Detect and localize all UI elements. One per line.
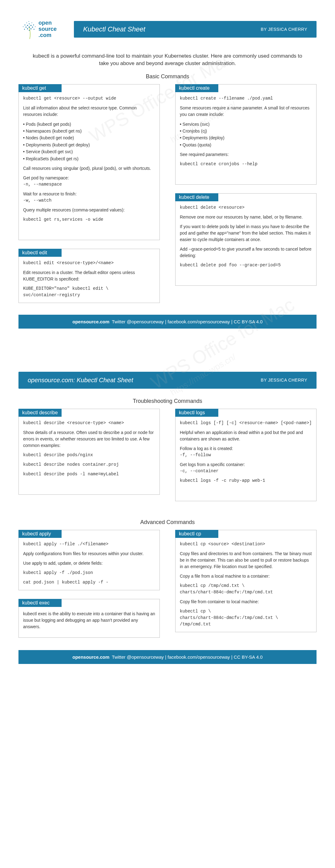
byline: BY JESSICA CHERRY: [261, 27, 307, 32]
text: Copy file from container to local machin…: [180, 598, 312, 605]
text: Remove one more our resources by name, l…: [180, 214, 312, 220]
text: Use apply to add, update, or delete fiel…: [23, 560, 155, 566]
li-text: Pods (kubectl get pods): [26, 122, 71, 127]
text: Follow a log as it is created:: [180, 445, 312, 452]
list-item: Pods (kubectl get pods): [23, 121, 155, 128]
section-advanced-heading: Advanced Commands: [19, 519, 316, 526]
text: Some resources require a name parameter.…: [180, 105, 312, 118]
advanced-columns: kubectl apply kubectl apply --file ./<fi…: [19, 530, 316, 641]
text: Helpful when an application is dead with…: [180, 429, 312, 442]
card-create: kubectl create kubectl create --filename…: [175, 84, 316, 185]
brand-text: open source .com: [38, 20, 57, 38]
text: kubectl exec is the ability to execute i…: [23, 611, 155, 630]
footer-text: Twitter @opensourceway | facebook.com/op…: [112, 319, 262, 324]
li-text: Deployments (deploy): [182, 135, 225, 140]
top-bar: open source .com Kubectl Cheat Sheet BY …: [19, 16, 316, 43]
code: -n, --namespace: [23, 181, 155, 188]
text: Edit resources in a cluster. The default…: [23, 270, 155, 282]
li-text: Quotas (quota): [182, 143, 211, 147]
text: Copy files and directories to and from c…: [180, 551, 312, 570]
svg-point-17: [29, 21, 29, 22]
code: kubectl get <resource> --output wide: [23, 95, 155, 102]
list-item: Namespaces (kubectl get ns): [23, 128, 155, 134]
code: kubectl create cronjobs --help: [180, 161, 312, 167]
list-item: ReplicaSets (kubectl get rs): [23, 155, 155, 162]
page-gap: [0, 338, 335, 356]
code: kubectl get rs,services -o wide: [23, 216, 155, 223]
card-logs: kubectl logs kubectl logs [-f] [-c] <res…: [175, 409, 316, 501]
svg-point-2: [31, 25, 32, 26]
card-apply-header: kubectl apply: [19, 530, 62, 538]
card-edit: kubectl edit kubectl edit <resource-type…: [19, 249, 160, 303]
left-column: kubectl describe kubectl describe <resou…: [19, 409, 160, 510]
svg-point-12: [34, 29, 34, 30]
code: KUBE_EDITOR="nano" kubectl edit \ svc/co…: [23, 285, 155, 299]
code: kubectl logs [-f] [-c] <resource-name> […: [180, 420, 312, 426]
card-cp-header: kubectl cp: [175, 530, 218, 538]
list-item: Services (svc): [180, 121, 312, 128]
footer-bar-2: opensource.com Twitter @opensourceway | …: [19, 650, 316, 664]
code: -w, --watch: [23, 197, 155, 204]
brand-logo: open source .com: [19, 16, 68, 43]
footer-text: Twitter @opensourceway | facebook.com/op…: [112, 654, 262, 660]
page2-title-bar: opensource.com: Kubectl Cheat Sheet BY J…: [19, 372, 316, 389]
code: cat pod.json | kubectl apply -f -: [23, 579, 155, 586]
code: kubectl describe <resource-type> <name>: [23, 420, 155, 426]
resource-list: Services (svc) Cronjobs (cj) Deployments…: [180, 121, 312, 149]
card-exec: kubectl exec kubectl exec is the ability…: [19, 599, 160, 638]
card-delete-header: kubectl delete: [175, 193, 218, 201]
code: kubectl cp <source> <destination>: [180, 541, 312, 548]
code: kubectl describe nodes container.proj: [23, 461, 155, 468]
svg-point-6: [31, 28, 32, 30]
page-title: Kubectl Cheat Sheet: [83, 25, 145, 33]
list-item: Quotas (quota): [180, 142, 312, 148]
svg-point-7: [29, 24, 30, 24]
code: kubectl cp /tmp/cmd.txt \ charts/chart-8…: [180, 583, 312, 595]
card-describe: kubectl describe kubectl describe <resou…: [19, 409, 160, 495]
li-text: Services (svc): [182, 122, 210, 127]
text: Add --grace-period=5 to give yourself a …: [180, 246, 312, 259]
code: kubectl apply -f ./pod.json: [23, 569, 155, 576]
card-delete: kubectl delete kubectl delete <resource>…: [175, 193, 316, 286]
text: Show details of a resource. Often used t…: [23, 429, 155, 449]
list-item: Deployments (kubectl get deploy): [23, 142, 155, 148]
text: If you want to delete pods by label in m…: [180, 223, 312, 243]
li-text: Service (kubectl get svc): [26, 149, 73, 154]
right-column: kubectl logs kubectl logs [-f] [-c] <res…: [175, 409, 316, 510]
code: -f, --follow: [180, 452, 312, 458]
card-get: kubectl get kubectl get <resource> --out…: [19, 84, 160, 240]
card-describe-header: kubectl describe: [19, 409, 62, 417]
code: kubectl logs -f -c ruby-app web-1: [180, 477, 312, 484]
left-column: kubectl get kubectl get <resource> --out…: [19, 84, 160, 312]
section-basic-heading: Basic Commands: [19, 73, 316, 80]
svg-point-9: [25, 25, 26, 26]
trouble-columns: kubectl describe kubectl describe <resou…: [19, 409, 316, 510]
code: -c, --container: [180, 468, 312, 474]
code: kubectl delete <resource>: [180, 204, 312, 211]
card-apply: kubectl apply kubectl apply --file ./<fi…: [19, 530, 160, 590]
svg-point-16: [35, 27, 36, 27]
page2-byline: BY JESSICA CHERRY: [261, 378, 307, 382]
right-column: kubectl create kubectl create --filename…: [175, 84, 316, 312]
card-edit-header: kubectl edit: [19, 249, 62, 257]
li-text: Cronjobs (cj): [182, 128, 207, 133]
code: kubectl cp \ charts/chart-884c-dmcfv:/tm…: [180, 608, 312, 627]
svg-point-14: [31, 23, 32, 23]
code: kubectl describe pods -l name=myLabel: [23, 471, 155, 477]
li-text: Deployments (kubectl get deploy): [26, 143, 90, 147]
svg-point-8: [29, 30, 30, 31]
code: kubectl create --filename ./pod.yaml: [180, 95, 312, 102]
dandelion-icon: [19, 19, 40, 40]
text: Wait for a resource to finish:: [23, 191, 155, 197]
card-cp: kubectl cp kubectl cp <source> <destinat…: [175, 530, 316, 632]
list-item: Cronjobs (cj): [180, 128, 312, 134]
list-item: Deployments (deploy): [180, 134, 312, 141]
left-column: kubectl apply kubectl apply --file ./<fi…: [19, 530, 160, 641]
text: List all information about the select re…: [23, 105, 155, 118]
section-trouble-heading: Troubleshooting Commands: [19, 398, 316, 404]
text: Get pod by namespace:: [23, 175, 155, 181]
svg-point-13: [27, 23, 27, 23]
right-column: kubectl cp kubectl cp <source> <destinat…: [175, 530, 316, 641]
svg-point-4: [32, 27, 33, 28]
text: See required parameters:: [180, 151, 312, 158]
